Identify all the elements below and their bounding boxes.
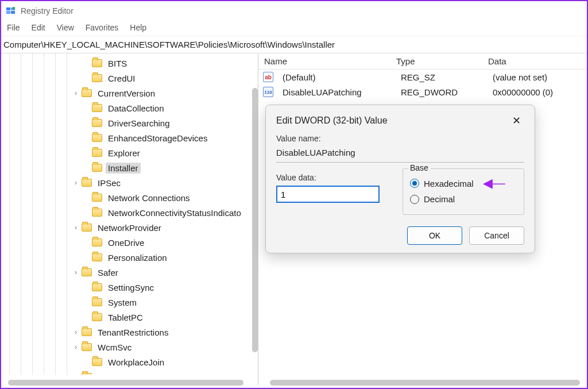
menubar: File Edit View Favorites Help <box>1 21 587 36</box>
menu-edit[interactable]: Edit <box>32 23 45 32</box>
value-name-cell: DisableLUAPatching <box>277 85 395 99</box>
chevron-right-icon[interactable]: › <box>71 224 80 232</box>
svg-rect-0 <box>6 7 10 10</box>
annotation-arrow-icon: ◀— <box>483 177 505 190</box>
folder-icon <box>92 119 102 127</box>
app-icon <box>6 6 16 16</box>
tree-item-label: EnhancedStorageDevices <box>106 133 210 144</box>
value-data-input[interactable] <box>276 186 380 203</box>
folder-icon <box>82 179 92 187</box>
tree-pane: ›BITS›CredUI›CurrentVersion›DataCollecti… <box>1 53 258 385</box>
tree-item-credui[interactable]: ›CredUI <box>1 71 258 86</box>
folder-icon <box>92 209 102 217</box>
tree-item-driversearching[interactable]: ›DriverSearching <box>1 115 258 130</box>
value-name-field: DisableLUAPatching <box>276 147 524 163</box>
value-row[interactable]: ab(Default)REG_SZ(value not set) <box>258 70 587 84</box>
tree-item-label: TenantRestrictions <box>95 327 171 338</box>
folder-icon <box>82 224 92 232</box>
tree-item-installer[interactable]: ›Installer <box>1 160 258 175</box>
tree-item-explorer[interactable]: ›Explorer <box>1 145 258 160</box>
folder-icon <box>92 283 102 291</box>
tree-item-settingsync[interactable]: ›SettingSync <box>1 280 258 295</box>
tree-item-label: WorkplaceJoin <box>106 357 167 368</box>
column-header-name[interactable]: Name <box>258 54 390 68</box>
address-bar[interactable]: Computer\HKEY_LOCAL_MACHINE\SOFTWARE\Pol… <box>1 36 587 53</box>
tree-item-currentversion[interactable]: ›CurrentVersion <box>1 86 258 101</box>
radio-dec-label: Decimal <box>424 194 455 204</box>
tree-item-label: CredUI <box>106 73 138 84</box>
tree-item-label: IPSec <box>95 178 123 188</box>
tree-item-system[interactable]: ›System <box>1 295 258 310</box>
column-header-data[interactable]: Data <box>482 54 587 68</box>
chevron-right-icon[interactable]: › <box>71 89 80 97</box>
chevron-right-icon[interactable]: › <box>71 268 80 276</box>
folder-icon <box>92 358 102 366</box>
tree-item-enhancedstoragedevices[interactable]: ›EnhancedStorageDevices <box>1 130 258 145</box>
ok-button[interactable]: OK <box>407 226 462 245</box>
list-horizontal-scrollbar[interactable] <box>270 380 580 386</box>
svg-rect-2 <box>6 11 10 14</box>
tree-item-label: Safer <box>95 267 121 278</box>
menu-help[interactable]: Help <box>130 23 146 32</box>
value-data-cell: 0x00000000 (0) <box>487 85 587 99</box>
chevron-right-icon[interactable]: › <box>71 179 80 187</box>
tree-item-safer[interactable]: ›Safer <box>1 265 258 280</box>
folder-icon <box>92 74 102 82</box>
menu-view[interactable]: View <box>57 23 74 32</box>
folder-icon <box>82 373 92 375</box>
tree-item-label: DriverSearching <box>106 118 172 129</box>
tree-item-personalization[interactable]: ›Personalization <box>1 250 258 265</box>
menu-file[interactable]: File <box>7 23 20 32</box>
tree-item-workplacejoin[interactable]: ›WorkplaceJoin <box>1 355 258 369</box>
tree-item-networkconnectivitystatusindicato[interactable]: ›NetworkConnectivityStatusIndicato <box>1 205 258 220</box>
string-value-icon: ab <box>263 72 273 82</box>
tree-item-label: CurrentVersion <box>95 88 157 99</box>
value-name-label: Value name: <box>276 134 524 143</box>
chevron-right-icon[interactable]: › <box>71 343 80 351</box>
folder-icon <box>92 164 102 172</box>
menu-favorites[interactable]: Favorites <box>86 23 119 32</box>
tree-item-datacollection[interactable]: ›DataCollection <box>1 101 258 115</box>
base-group: Base Hexadecimal ◀— Decimal <box>403 168 524 215</box>
folder-icon <box>92 253 102 261</box>
dialog-title: Edit DWORD (32-bit) Value <box>276 115 388 126</box>
cancel-button[interactable]: Cancel <box>469 226 524 245</box>
tree-item-wcmsvc[interactable]: ›WcmSvc <box>1 340 258 355</box>
tree-item-network-connections[interactable]: ›Network Connections <box>1 190 258 205</box>
tree-item-label: DataCollection <box>106 103 167 114</box>
tree-item-label: WcmSvc <box>95 342 134 353</box>
tree-item-label: OneDrive <box>106 237 146 248</box>
tree-item-label: NetworkConnectivityStatusIndicato <box>106 207 243 218</box>
folder-icon <box>92 104 102 112</box>
value-type-cell: REG_DWORD <box>395 85 487 99</box>
column-header-type[interactable]: Type <box>390 54 482 68</box>
tree-item-label: Explorer <box>106 148 142 159</box>
base-legend: Base <box>408 163 431 172</box>
value-name-cell: (Default) <box>277 70 395 84</box>
tree-item-bits[interactable]: ›BITS <box>1 56 258 71</box>
folder-icon <box>92 134 102 142</box>
dword-value-icon: 110 <box>263 87 273 97</box>
tree-item-label: SettingSync <box>106 282 156 293</box>
tree-item-networkprovider[interactable]: ›NetworkProvider <box>1 220 258 235</box>
tree-item-label: BITS <box>106 58 129 69</box>
radio-decimal[interactable]: Decimal <box>410 194 517 204</box>
folder-icon <box>92 194 102 202</box>
chevron-right-icon[interactable]: › <box>71 373 80 375</box>
close-icon[interactable]: ✕ <box>509 113 524 128</box>
tree-vertical-scrollbar[interactable] <box>252 88 258 352</box>
tree-item-wsdapi[interactable]: ›WSDAPI <box>1 369 258 375</box>
tree-horizontal-scrollbar[interactable] <box>8 380 243 386</box>
tree-item-label: WSDAPI <box>95 372 134 375</box>
chevron-right-icon[interactable]: › <box>71 328 80 336</box>
tree-item-ipsec[interactable]: ›IPSec <box>1 175 258 190</box>
tree-item-onedrive[interactable]: ›OneDrive <box>1 235 258 250</box>
folder-icon <box>92 59 102 67</box>
tree-item-label: Installer <box>106 163 141 174</box>
tree-item-label: TabletPC <box>106 312 145 323</box>
value-row[interactable]: 110DisableLUAPatchingREG_DWORD0x00000000… <box>258 84 587 99</box>
tree-item-label: NetworkProvider <box>95 222 164 233</box>
tree-item-tabletpc[interactable]: ›TabletPC <box>1 310 258 325</box>
tree-item-tenantrestrictions[interactable]: ›TenantRestrictions <box>1 325 258 340</box>
radio-hexadecimal[interactable]: Hexadecimal ◀— <box>410 177 517 190</box>
